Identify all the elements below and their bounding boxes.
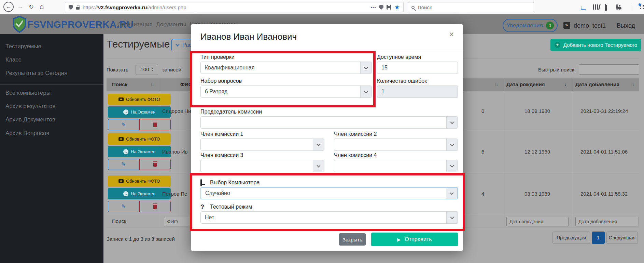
sort-icon[interactable]: ↑↓ [494, 82, 498, 87]
sidebar-item-documents-archive[interactable]: Архив Документов [5, 116, 55, 123]
back-button[interactable]: ← [3, 2, 14, 12]
member3-select[interactable] [200, 160, 324, 172]
spinner-icon: ▴▾ [152, 67, 153, 71]
added-filter-input[interactable] [575, 217, 639, 226]
member1-select[interactable] [200, 139, 324, 151]
chairman-select[interactable] [200, 116, 458, 129]
logout-link[interactable]: Выход [617, 22, 635, 29]
account-icon[interactable] [616, 3, 618, 11]
camera-icon [118, 97, 124, 101]
annotation-box-computer [190, 173, 465, 231]
cell-num: 4 [481, 191, 484, 197]
pagination-current[interactable]: 1 [592, 232, 605, 244]
home-button[interactable]: ⌂ [40, 2, 44, 11]
cell-fio: Сидоров Ни [162, 108, 191, 114]
to-exam-button[interactable]: →На Экзамен [108, 106, 171, 118]
modal-close-icon[interactable]: × [449, 29, 454, 39]
sidebar-item-testers[interactable]: Тестируемые [5, 43, 41, 50]
column-added-date[interactable]: Дата добавления [575, 81, 619, 87]
column-birth-date[interactable]: Дата рождения [506, 81, 545, 87]
save-page-icon[interactable] [387, 5, 391, 10]
sidebar-item-results-archive[interactable]: Архив результатов [5, 103, 56, 110]
cell-fio: Петров Пе [162, 191, 187, 197]
member4-select[interactable] [334, 160, 458, 172]
chevron-down-icon [176, 42, 179, 46]
search-icon [411, 6, 415, 9]
camera-icon [118, 179, 124, 183]
forward-button[interactable]: → [17, 3, 23, 10]
edit-button[interactable]: ✎ [108, 159, 139, 170]
modal-title: Иванов Иван Иванович [200, 31, 297, 42]
cell-birth: 18.09.1980 [524, 108, 550, 114]
url-bar[interactable]: https://v2.fsvngproverka.ru/admin/users.… [65, 2, 404, 12]
to-exam-button[interactable]: →На Экзамен [108, 188, 171, 199]
add-tester-label: Добавить нового Тестируемого [563, 42, 637, 48]
cell-num: 6 [481, 149, 484, 155]
available-time-input[interactable] [377, 62, 458, 74]
chevron-down-icon [446, 139, 458, 150]
arrow-circle-icon: → [123, 191, 128, 196]
cell-birth: 12.12.1969 [524, 149, 550, 155]
pagination-next[interactable]: Следующая [606, 232, 638, 244]
sidebar-item-questions-archive[interactable]: Архив Вопросов [5, 130, 49, 137]
sort-icon-active[interactable]: ↑↓ [563, 82, 566, 87]
reload-button[interactable]: ↻ [29, 3, 34, 11]
annotation-box-check-type [190, 51, 376, 107]
page-size-select[interactable]: 100 ▴▾ [136, 64, 158, 75]
trash-icon [153, 163, 157, 167]
sort-icon[interactable]: ↑↓ [150, 82, 153, 87]
delete-button[interactable] [139, 201, 171, 212]
nav-documents[interactable]: Документы [156, 21, 186, 28]
play-icon: ▶ [397, 237, 401, 242]
chevron-down-icon [446, 117, 458, 128]
column-divider [572, 78, 572, 227]
edit-button[interactable]: ✎ [108, 201, 139, 212]
update-photo-button[interactable]: Обновить ФОТО [108, 175, 171, 187]
bookmark-star-icon[interactable]: ★ [394, 4, 400, 10]
sidebar-toggle-icon[interactable] [605, 4, 606, 11]
birth-filter-input[interactable] [506, 217, 569, 226]
page-actions-icon[interactable]: ⋯ [370, 4, 376, 11]
search-placeholder: Поиск [418, 4, 432, 10]
records-summary: Записи с 1 до 3 из 3 записей [107, 236, 175, 242]
pagination-prev[interactable]: Предыдущая [552, 232, 590, 244]
notifications-button[interactable]: Уведомления 0 [503, 19, 558, 32]
member2-select[interactable] [334, 139, 458, 151]
sort-icon[interactable]: ↑↓ [631, 82, 634, 87]
camera-icon [118, 137, 124, 141]
brand-shield-icon [12, 16, 27, 33]
edit-button[interactable]: ✎ [108, 119, 139, 130]
column-search[interactable]: Поиск [112, 81, 127, 87]
edit-profile-icon[interactable]: ✎ [563, 22, 570, 29]
quick-search-label: Быстрый поиск: [538, 67, 576, 73]
notifications-label: Уведомления [506, 22, 543, 29]
page-url: https://v2.fsvngproverka.ru/admin/users.… [83, 4, 186, 10]
member1-label: Член комиссии 1 [200, 131, 243, 137]
show-label: Показать [107, 67, 128, 73]
username[interactable]: demo_test1 [574, 22, 606, 29]
library-icon[interactable] [593, 4, 600, 10]
downloads-icon[interactable]: ↓ [580, 4, 583, 10]
sidebar-item-all-computers[interactable]: Все компьютеры [5, 90, 51, 96]
modal-submit-button[interactable]: ▶ Отправить [371, 233, 458, 246]
cell-added: 2021-04-01 11:58:32 [580, 191, 628, 197]
quick-search-input[interactable] [579, 64, 639, 75]
nav-organization[interactable]: Организация [117, 21, 153, 28]
errors-count-input[interactable] [377, 86, 458, 98]
chairman-label: Председатель комиссии [200, 109, 262, 115]
permissions-shield-icon[interactable] [379, 5, 383, 10]
sidebar-item-today-results[interactable]: Результаты за Сегодня [5, 70, 67, 77]
browser-search-box[interactable]: Поиск [408, 2, 534, 12]
submit-label: Отправить [405, 236, 432, 242]
add-tester-button[interactable]: + Добавить нового Тестируемого [550, 39, 641, 51]
sidebar-item-class[interactable]: Класс [5, 56, 21, 63]
modal-close-button[interactable]: Закрыть [339, 233, 366, 246]
to-exam-button[interactable]: →На Экзамен [108, 146, 171, 157]
delete-button[interactable] [139, 119, 171, 130]
tracking-shield-icon[interactable] [69, 5, 73, 10]
update-photo-button[interactable]: Обновить ФОТО [108, 94, 171, 105]
update-photo-button[interactable]: Обновить ФОТО [108, 133, 171, 145]
chevron-down-icon [313, 139, 324, 150]
cell-num: 0 [481, 108, 484, 114]
delete-button[interactable] [139, 159, 171, 170]
